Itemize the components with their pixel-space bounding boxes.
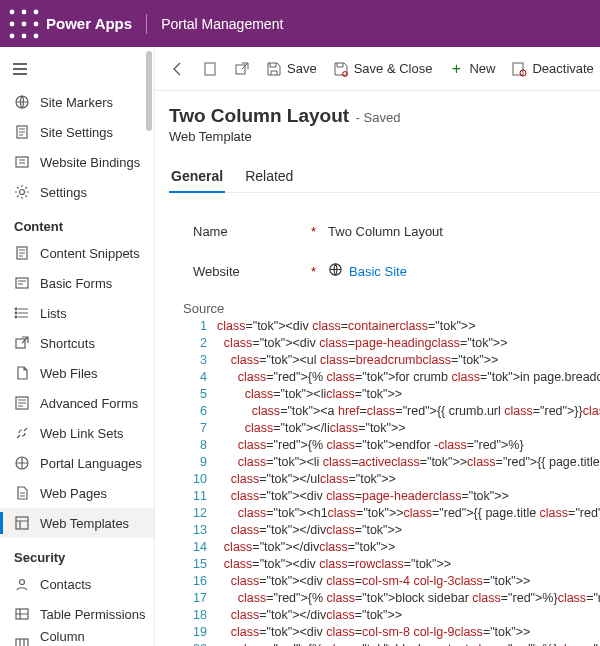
required-marker: * bbox=[311, 264, 316, 279]
code-lines[interactable]: class="tok"><div class=containerclass="t… bbox=[217, 318, 600, 646]
svg-rect-21 bbox=[16, 517, 28, 529]
globe-icon bbox=[328, 262, 343, 280]
sidebar-item-web-files[interactable]: Web Files bbox=[0, 358, 154, 388]
svg-point-5 bbox=[34, 21, 39, 26]
sidebar-item-content-snippets[interactable]: Content Snippets bbox=[0, 238, 154, 268]
deactivate-label: Deactivate bbox=[532, 61, 593, 76]
svg-rect-26 bbox=[236, 65, 245, 74]
sidebar-item-web-link-sets[interactable]: Web Link Sets bbox=[0, 418, 154, 448]
sidebar-item-label: Column Permissio… bbox=[40, 629, 154, 646]
source-label: Source bbox=[183, 301, 590, 316]
sidebar-item-basic-forms[interactable]: Basic Forms bbox=[0, 268, 154, 298]
plus-icon: + bbox=[448, 61, 464, 77]
svg-point-1 bbox=[22, 9, 27, 14]
contact-icon bbox=[14, 576, 30, 592]
sidebar-item-settings[interactable]: Settings bbox=[0, 177, 154, 207]
form-icon bbox=[14, 275, 30, 291]
sidebar-item-label: Settings bbox=[40, 185, 87, 200]
back-icon bbox=[170, 61, 186, 77]
code-gutter: 1234567891011121314151617181920212223 bbox=[193, 318, 217, 646]
website-value[interactable]: Basic Site bbox=[328, 262, 407, 280]
svg-rect-14 bbox=[16, 278, 28, 288]
tab-general[interactable]: General bbox=[169, 162, 225, 192]
sidebar-item-web-pages[interactable]: Web Pages bbox=[0, 478, 154, 508]
svg-point-2 bbox=[34, 9, 39, 14]
clipboard-button[interactable] bbox=[195, 53, 225, 85]
sidebar-item-website-bindings[interactable]: Website Bindings bbox=[0, 147, 154, 177]
sidebar-item-label: Website Bindings bbox=[40, 155, 140, 170]
template-icon bbox=[14, 515, 30, 531]
back-button[interactable] bbox=[163, 53, 193, 85]
svg-rect-11 bbox=[16, 157, 28, 167]
name-label: Name bbox=[193, 224, 311, 239]
colperm-icon bbox=[14, 636, 30, 646]
sidebar-item-label: Site Markers bbox=[40, 95, 113, 110]
list-icon bbox=[14, 305, 30, 321]
svg-point-0 bbox=[10, 9, 15, 14]
sidebar-item-portal-languages[interactable]: Portal Languages bbox=[0, 448, 154, 478]
hamburger-icon[interactable] bbox=[0, 51, 154, 87]
portal-title: Portal Management bbox=[161, 16, 283, 32]
sidebar-item-contacts[interactable]: Contacts bbox=[0, 569, 154, 599]
sidebar-item-web-templates[interactable]: Web Templates bbox=[0, 508, 154, 538]
sidebar-item-column-permissio-[interactable]: Column Permissio… bbox=[0, 629, 154, 646]
sidebar-item-table-permissions[interactable]: Table Permissions bbox=[0, 599, 154, 629]
svg-point-4 bbox=[22, 21, 27, 26]
svg-rect-25 bbox=[205, 63, 215, 75]
svg-point-3 bbox=[10, 21, 15, 26]
app-header: Power Apps Portal Management bbox=[0, 0, 600, 47]
clipboard-icon bbox=[202, 61, 218, 77]
sidebar-item-label: Web Templates bbox=[40, 516, 129, 531]
svg-point-22 bbox=[20, 580, 25, 585]
sidebar-item-label: Basic Forms bbox=[40, 276, 112, 291]
record-title: Two Column Layout bbox=[169, 105, 349, 127]
nav-heading-security: Security bbox=[0, 538, 154, 569]
save-button[interactable]: Save bbox=[259, 53, 324, 85]
deactivate-icon bbox=[511, 61, 527, 77]
deactivate-button[interactable]: Deactivate bbox=[504, 53, 600, 85]
file-icon bbox=[14, 365, 30, 381]
tab-related[interactable]: Related bbox=[243, 162, 295, 192]
sidebar-item-label: Web Link Sets bbox=[40, 426, 124, 441]
content-area: Two Column Layout - Saved Web Template G… bbox=[155, 91, 600, 646]
form: Name * Two Column Layout Website * Basic… bbox=[169, 193, 600, 646]
name-value[interactable]: Two Column Layout bbox=[328, 224, 443, 239]
sidebar-item-advanced-forms[interactable]: Advanced Forms bbox=[0, 388, 154, 418]
main: Save Save & Close + New Deactivate Two C… bbox=[155, 47, 600, 646]
svg-point-12 bbox=[20, 190, 25, 195]
field-name: Name * Two Column Layout bbox=[193, 211, 590, 251]
field-website: Website * Basic Site bbox=[193, 251, 590, 291]
sidebar-item-lists[interactable]: Lists bbox=[0, 298, 154, 328]
new-button[interactable]: + New bbox=[441, 53, 502, 85]
waffle-icon[interactable] bbox=[8, 8, 40, 40]
svg-point-6 bbox=[10, 33, 15, 38]
doc-icon bbox=[14, 245, 30, 261]
header-divider bbox=[146, 14, 147, 34]
svg-point-15 bbox=[15, 308, 17, 310]
bindings-icon bbox=[14, 154, 30, 170]
svg-point-16 bbox=[15, 312, 17, 314]
sidebar-item-label: Shortcuts bbox=[40, 336, 95, 351]
sidebar-item-site-markers[interactable]: Site Markers bbox=[0, 87, 154, 117]
nav-heading-content: Content bbox=[0, 207, 154, 238]
save-close-label: Save & Close bbox=[354, 61, 433, 76]
sidebar-item-site-settings[interactable]: Site Settings bbox=[0, 117, 154, 147]
website-label: Website bbox=[193, 264, 311, 279]
sidebar-item-label: Advanced Forms bbox=[40, 396, 138, 411]
sidebar-scrollbar[interactable] bbox=[146, 51, 152, 131]
svg-rect-28 bbox=[513, 63, 523, 75]
sidebar-item-label: Contacts bbox=[40, 577, 91, 592]
shortcut-icon bbox=[14, 335, 30, 351]
sidebar-item-label: Web Files bbox=[40, 366, 98, 381]
code-editor[interactable]: 1234567891011121314151617181920212223 cl… bbox=[193, 318, 590, 646]
save-close-icon bbox=[333, 61, 349, 77]
save-close-button[interactable]: Save & Close bbox=[326, 53, 440, 85]
open-button[interactable] bbox=[227, 53, 257, 85]
page-icon bbox=[14, 485, 30, 501]
record-subtitle: Web Template bbox=[169, 129, 600, 144]
tabs: General Related bbox=[169, 162, 600, 193]
svg-point-7 bbox=[22, 33, 27, 38]
new-label: New bbox=[469, 61, 495, 76]
website-link-text: Basic Site bbox=[349, 264, 407, 279]
sidebar-item-shortcuts[interactable]: Shortcuts bbox=[0, 328, 154, 358]
